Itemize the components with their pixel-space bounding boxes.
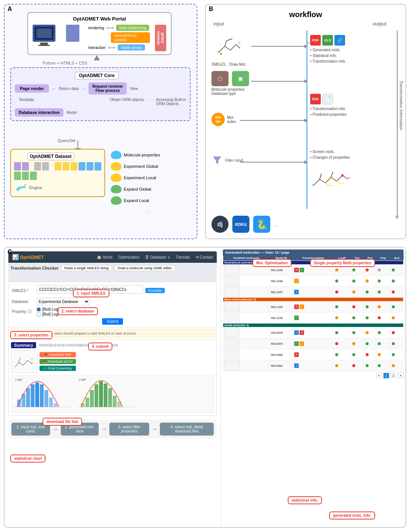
prop2-checkbox[interactable]: [37, 313, 41, 316]
arrow-right-icon: ←: [82, 87, 85, 91]
svg-text:LogP: LogP: [79, 378, 86, 381]
td-pep-4: [376, 302, 390, 313]
td-pol-7: [364, 338, 376, 349]
prop1-checkbox[interactable]: [37, 308, 41, 311]
td-ard-7: [390, 338, 403, 349]
dot-ard-3: [392, 290, 395, 294]
td-mol-8: [223, 349, 270, 360]
td-bid-4: R02-1234: [270, 302, 293, 313]
nav-item-home[interactable]: 🏠 Home: [97, 255, 112, 259]
svg-line-11: [320, 179, 325, 183]
tf-icons-4: ✕ ↕: [294, 305, 332, 309]
arrow-bidirectional-2: ⟺: [108, 44, 115, 51]
dot-pol-1: [366, 268, 369, 272]
svg-line-2: [230, 44, 236, 50]
dot-pep-5: [378, 316, 381, 319]
svg-line-0: [219, 46, 225, 52]
view-label: View: [130, 87, 138, 91]
nav-item-optimization[interactable]: Optimization: [118, 255, 140, 259]
h-arrow-line-4: [240, 162, 304, 163]
svg-rect-34: [35, 382, 39, 407]
td-pep-1: [376, 265, 390, 276]
td-tf-4: ✕ ↕: [293, 302, 333, 313]
dashed-arrow: - - →: [146, 98, 154, 102]
db-type-icon: ▣: [232, 71, 249, 86]
nav-item-contact[interactable]: ✉ Contact: [196, 255, 213, 259]
nav-item-tutorials[interactable]: Tutorials: [176, 255, 190, 259]
svg-text:N: N: [312, 183, 314, 187]
td-tox-4: [350, 302, 364, 313]
x-icon-3: ✕: [300, 330, 304, 335]
h-arrow-line-2: [251, 81, 304, 82]
arrow-up-icon: [94, 55, 100, 60]
download-pdf-btn[interactable]: 📥 Download PDF: [39, 352, 76, 357]
arrow-icon-2: ↕: [300, 305, 304, 309]
td-tox-5: [350, 313, 364, 324]
qs-arrow-line: [77, 140, 78, 148]
dot-tox-3: [352, 290, 355, 294]
btn-paste-smiles[interactable]: Paste a single SMILES string: [61, 265, 112, 271]
page-title: Transformation Checker: [11, 266, 59, 270]
annotation-download-link: download file link: [43, 418, 82, 426]
rendering-row: rendering ⟺ load balancing: [88, 25, 150, 31]
page-2-btn[interactable]: 2: [391, 373, 396, 378]
dot-ard-7: [392, 342, 395, 345]
download-csv-btn[interactable]: 📥 Download aCSV: [39, 359, 76, 364]
page-next-btn[interactable]: »: [398, 373, 404, 378]
tf-icons-5: ✓: [294, 316, 332, 320]
db-icon-expand-global: [111, 185, 121, 193]
mini-mol-2: [224, 276, 240, 286]
td-pol-2: [364, 276, 376, 287]
file-icon-5: [55, 162, 62, 170]
svg-line-17: [320, 174, 322, 179]
td-bid-5: R02-1235: [270, 313, 293, 324]
panel-c-label: C: [8, 249, 12, 256]
td-pep-8: [376, 349, 390, 360]
tf-icons-9: +: [294, 363, 332, 368]
template-label: Template: [19, 98, 34, 102]
svg-line-10: [314, 179, 320, 185]
flow-arrow-3: →: [151, 426, 158, 433]
rendering-label: rendering: [88, 26, 104, 30]
pdf-icon-2: PDF: [310, 94, 321, 104]
dot-pol-4: [366, 305, 369, 308]
engine-label: Engine: [29, 185, 42, 190]
page-header-bar: Transformation Checker Paste a single SM…: [8, 263, 217, 282]
plus-icon: +: [294, 290, 299, 294]
submit-btn[interactable]: Submit: [102, 318, 123, 325]
td-tf-3: +: [293, 287, 333, 298]
panel-c-left: 📊 OptADMET 🏠 Home Optimization 🗄 Databas…: [5, 248, 221, 527]
request-receiver-box: Request receiverFlow process: [88, 82, 127, 95]
mol-props-row: ⬡ ▣ Molecule propertiesDatabase type: [211, 71, 249, 96]
arrow-line-to-out1: [308, 43, 309, 43]
td-logp-2: [333, 276, 350, 287]
database-form-row: Database: Experimental Database: [12, 298, 213, 305]
table-row-9: R03-5681 +: [223, 360, 404, 371]
page-prev-btn[interactable]: «: [376, 373, 382, 378]
example-btn[interactable]: Example: [145, 288, 165, 293]
dot-ard-8: [392, 353, 395, 356]
table-row-4: R02-1234 ✕ ↕: [223, 302, 404, 313]
core-title: OptADMET Core: [75, 72, 119, 79]
nav-item-database[interactable]: 🗄 Database ∨: [145, 255, 170, 259]
dot-tox-1: [352, 268, 355, 272]
td-mol-5: [223, 313, 270, 324]
dot-tox-5: [352, 316, 355, 319]
file-icon-13: [30, 172, 37, 180]
final-screening-btn[interactable]: ✓ Final Screening: [39, 366, 76, 371]
page-1-btn[interactable]: 1: [383, 373, 389, 378]
svg-line-23: [19, 363, 24, 365]
tf-icons-8: ✕: [294, 352, 332, 357]
file-icon-4: [42, 162, 49, 170]
mol-index-icon: Molidx: [211, 113, 225, 126]
td-logp-3: [333, 287, 350, 298]
database-select[interactable]: Experimental Database: [37, 298, 90, 305]
annotation-input-smiles: 1. input SMILES: [73, 289, 109, 297]
file-icon-7: [71, 162, 77, 170]
svg-marker-9: [213, 156, 221, 164]
db-exp-global-label: Experiment Global: [124, 164, 158, 169]
panel-a: A OptADMET Web Portal: [4, 4, 197, 239]
load-balancing-badge: load balancing: [116, 25, 149, 31]
btn-draw-mol[interactable]: Draw a molecule using JSME editor: [114, 265, 175, 271]
python-label: Python + HTML5 + CSS: [43, 61, 87, 65]
